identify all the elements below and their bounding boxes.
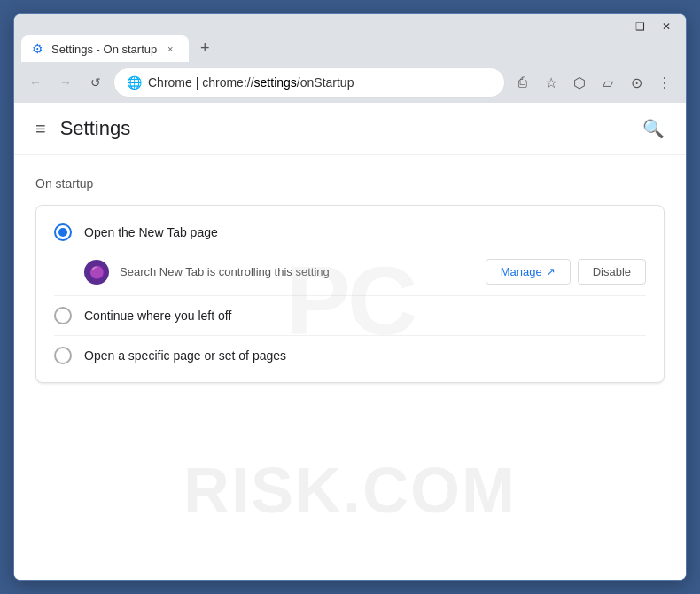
sidebar-button[interactable]: ▱ [595, 70, 620, 95]
back-button[interactable]: ← [23, 70, 48, 95]
extension-buttons: Manage ↗ Disable [486, 259, 646, 285]
option-new-tab-row[interactable]: Open the New Tab page [36, 213, 664, 252]
close-button[interactable]: ✕ [654, 18, 679, 35]
disable-button[interactable]: Disable [578, 259, 646, 285]
radio-new-tab[interactable] [54, 223, 72, 241]
more-button[interactable]: ⋮ [652, 70, 677, 95]
extension-label: Search New Tab is controlling this setti… [120, 265, 475, 278]
extensions-button[interactable]: ⬡ [567, 70, 592, 95]
bookmark-button[interactable]: ☆ [539, 70, 564, 95]
address-url-prefix: chrome:// [202, 75, 253, 90]
settings-page-title: Settings [60, 117, 131, 140]
address-brand: Chrome [148, 75, 192, 90]
extension-icon: 🟣 [84, 260, 109, 285]
title-bar: — ❑ ✕ ⚙ Settings - On startup × + [14, 14, 686, 62]
section-title: On startup [35, 176, 665, 191]
tab-favicon: ⚙ [32, 42, 46, 56]
manage-external-icon: ↗ [546, 265, 556, 278]
option-specific-label: Open a specific page or set of pages [84, 348, 286, 363]
address-bar[interactable]: 🌐 Chrome | chrome://settings/onStartup [113, 67, 505, 98]
extension-sub-row: 🟣 Search New Tab is controlling this set… [36, 252, 664, 295]
forward-button[interactable]: → [53, 70, 78, 95]
settings-header-left: ≡ Settings [35, 117, 130, 140]
address-bar-row: ← → ↺ 🌐 Chrome | chrome://settings/onSta… [14, 62, 686, 103]
profile-button[interactable]: ⊙ [624, 70, 649, 95]
settings-search-icon[interactable]: 🔍 [642, 118, 665, 139]
maximize-button[interactable]: ❑ [627, 18, 652, 35]
address-text: Chrome | chrome://settings/onStartup [148, 75, 354, 90]
address-url-highlight: settings [254, 75, 297, 90]
tab-close-button[interactable]: × [162, 41, 178, 57]
active-tab[interactable]: ⚙ Settings - On startup × [21, 35, 189, 62]
toolbar-icons: ⎙ ☆ ⬡ ▱ ⊙ ⋮ [510, 70, 677, 95]
watermark-bottom: RISK.COM [183, 454, 517, 527]
chrome-logo-icon: 🌐 [127, 75, 141, 90]
hamburger-menu-icon[interactable]: ≡ [35, 119, 46, 139]
tabs-row: ⚙ Settings - On startup × + [14, 35, 686, 62]
option-continue-label: Continue where you left off [84, 309, 231, 323]
option-continue-row[interactable]: Continue where you left off [36, 296, 664, 335]
radio-specific[interactable] [54, 347, 72, 364]
tab-title: Settings - On startup [51, 43, 157, 56]
settings-main: PC On startup Open the New Tab page 🟣 Se… [14, 155, 686, 580]
radio-continue[interactable] [54, 307, 72, 324]
new-tab-button[interactable]: + [192, 35, 217, 60]
options-card: Open the New Tab page 🟣 Search New Tab i… [35, 205, 665, 383]
browser-window: — ❑ ✕ ⚙ Settings - On startup × + ← → ↺ … [13, 13, 687, 581]
window-controls: — ❑ ✕ [14, 14, 686, 35]
share-button[interactable]: ⎙ [510, 70, 535, 95]
page-content: ≡ Settings 🔍 PC On startup Open the New … [14, 103, 686, 580]
address-url-suffix: /onStartup [297, 75, 354, 90]
manage-label: Manage [501, 265, 542, 278]
minimize-button[interactable]: — [601, 18, 626, 35]
manage-button[interactable]: Manage ↗ [486, 259, 571, 285]
option-new-tab-label: Open the New Tab page [84, 225, 218, 239]
reload-button[interactable]: ↺ [83, 70, 108, 95]
radio-new-tab-inner [58, 228, 67, 237]
option-specific-row[interactable]: Open a specific page or set of pages [36, 336, 664, 375]
settings-header: ≡ Settings 🔍 [14, 103, 686, 155]
